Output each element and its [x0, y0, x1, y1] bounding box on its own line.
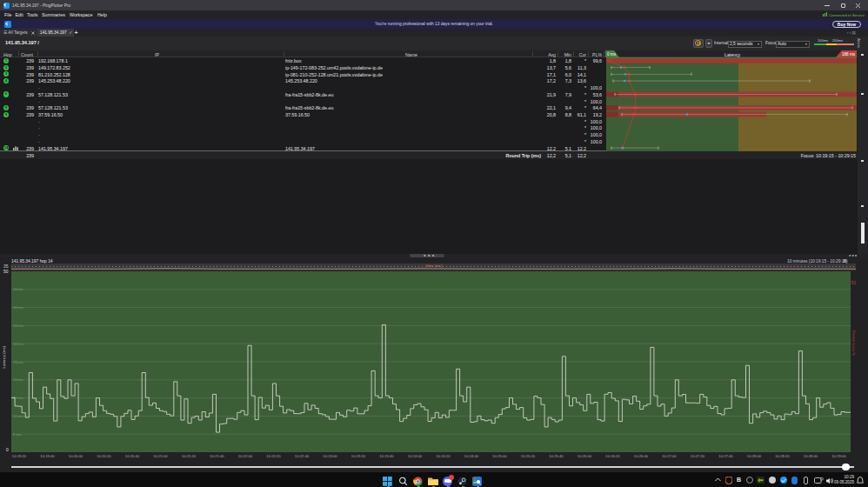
- svg-text:10 ms: 10 ms: [13, 414, 24, 418]
- svg-text:30 ms: 30 ms: [13, 342, 24, 346]
- svg-text:25 ms: 25 ms: [13, 360, 24, 364]
- svg-text:35 ms: 35 ms: [13, 324, 24, 328]
- svg-text:45 ms: 45 ms: [13, 287, 24, 291]
- svg-text:40 ms: 40 ms: [13, 305, 24, 310]
- svg-text:20 ms: 20 ms: [13, 377, 24, 382]
- svg-text:5 ms: 5 ms: [13, 432, 22, 437]
